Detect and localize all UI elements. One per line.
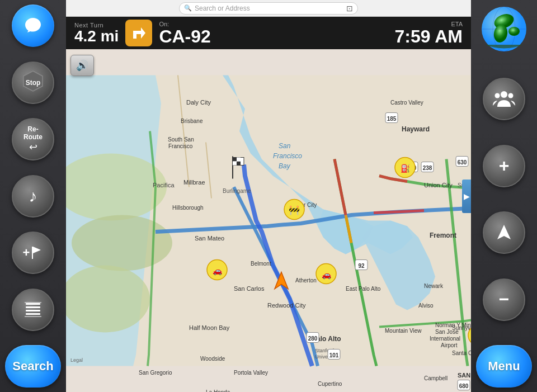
svg-text:Cupertino: Cupertino [318,381,342,387]
svg-text:⛽: ⛽ [401,164,411,173]
navigation-bar: 🔍 Search or Address ⊡ [66,0,471,17]
svg-rect-90 [237,158,241,162]
stop-button[interactable]: Stop [12,62,54,104]
svg-text:Union City: Union City [424,182,453,188]
music-button[interactable]: ♪ [12,175,54,218]
svg-text:Newark: Newark [424,283,444,289]
svg-text:238: 238 [423,165,432,171]
svg-text:Hillsborough: Hillsborough [172,205,204,211]
svg-text:East Palo Alto: East Palo Alto [346,286,381,292]
zoom-out-button[interactable]: − [483,278,525,321]
svg-text:La Honda: La Honda [206,389,230,393]
svg-point-15 [501,91,507,98]
turn-distance: 4.2 mi [74,29,119,44]
svg-text:Woodside: Woodside [200,356,225,362]
svg-text:Hayward: Hayward [402,125,430,133]
gps-button[interactable] [483,211,525,254]
menu-button[interactable]: Menu [476,345,532,388]
svg-text:Portola Valley: Portola Valley [234,370,268,376]
svg-text:SAN J: SAN J [458,372,471,379]
svg-text:Belmont: Belmont [251,261,271,267]
search-bar[interactable]: 🔍 Search or Address ⊡ [179,2,358,15]
svg-text:Legal: Legal [70,357,83,363]
svg-text:Fremont: Fremont [430,232,456,239]
people-button[interactable] [483,78,525,120]
scroll-indicator[interactable]: ▶ [462,180,471,213]
globe-button[interactable] [479,4,529,54]
svg-text:Brisbane: Brisbane [181,118,203,124]
map-container[interactable]: 🔍 Search or Address ⊡ Next Turn 4.2 mi O… [66,0,471,392]
svg-text:630: 630 [458,159,467,166]
svg-marker-18 [497,225,511,239]
search-button[interactable]: Search [5,345,61,388]
svg-text:San Mateo: San Mateo [195,235,224,242]
volume-icon: 🔊 [76,59,88,72]
svg-text:Castro Valley: Castro Valley [390,100,423,106]
right-sidebar: + − Menu [471,0,537,392]
svg-text:Santa Clara: Santa Clara [452,350,471,356]
svg-point-21 [72,215,172,271]
svg-text:Alviso: Alviso [418,303,434,309]
svg-marker-3 [33,247,41,253]
svg-text:Bay: Bay [279,162,291,170]
road-name: CA-92 [159,27,210,45]
reroute-button[interactable]: Re- Route ↩ [12,118,54,160]
svg-rect-7 [26,313,40,315]
svg-text:International: International [430,336,460,342]
svg-text:101: 101 [329,352,339,358]
svg-text:680: 680 [459,383,469,389]
svg-text:280: 280 [308,336,318,342]
svg-text:Half Moon Bay: Half Moon Bay [189,324,230,331]
svg-point-11 [508,27,520,36]
waypoint-button[interactable]: + [12,232,54,274]
svg-text:185: 185 [387,116,397,122]
svg-rect-5 [26,306,40,308]
svg-rect-6 [26,310,40,311]
svg-rect-2 [32,247,33,259]
volume-button[interactable]: 🔊 [70,55,94,76]
left-sidebar: Stop Re- Route ↩ ♪ + Sea [0,0,66,392]
svg-text:🚗: 🚗 [322,270,332,280]
svg-text:Norman Y Mineta: Norman Y Mineta [435,322,471,328]
svg-text:Campbell: Campbell [424,375,447,381]
svg-point-16 [495,93,500,98]
svg-text:Francisco: Francisco [273,152,302,160]
on-road-info: On: CA-92 [159,21,210,45]
turn-info-left: Next Turn 4.2 mi [74,22,119,44]
svg-text:🚗: 🚗 [213,266,223,276]
svg-text:Redwood City: Redwood City [267,302,306,309]
turn-arrow-box [125,20,152,46]
svg-text:San: San [279,142,291,150]
bookmark-icon: ⊡ [346,4,353,13]
svg-text:Burlingame: Burlingame [223,188,251,194]
svg-text:Airport: Airport [441,342,458,348]
svg-rect-88 [237,162,241,166]
svg-point-17 [508,93,514,98]
eta-info: ETA 7:59 AM [394,21,463,45]
svg-text:Francisco: Francisco [168,143,193,149]
svg-text:Pacifica: Pacifica [153,182,175,188]
svg-text:Stop: Stop [26,79,41,87]
svg-text:South San: South San [168,136,194,143]
svg-text:92: 92 [358,263,365,269]
search-icon: 🔍 [184,4,192,12]
svg-text:Daly City: Daly City [186,99,211,106]
svg-rect-89 [233,162,237,166]
svg-text:San Gregorio: San Gregorio [139,370,172,376]
svg-rect-87 [233,158,237,162]
chat-button[interactable] [12,4,54,47]
turn-info-bar: Next Turn 4.2 mi On: CA-92 ETA 7:59 AM [66,17,471,49]
svg-text:Millbrae: Millbrae [183,179,205,186]
layers-button[interactable] [12,289,54,331]
svg-text:San Jose: San Jose [435,329,459,335]
svg-text:San Carlos: San Carlos [234,285,265,292]
svg-text:Mountain View: Mountain View [385,328,422,334]
svg-text:🚧: 🚧 [289,205,300,215]
zoom-in-button[interactable]: + [483,145,525,187]
map-view[interactable]: Daly City Brisbane South San Francisco P… [66,49,471,392]
svg-rect-4 [26,303,40,305]
eta-time: 7:59 AM [394,27,463,45]
svg-text:Atherton: Atherton [295,277,317,284]
